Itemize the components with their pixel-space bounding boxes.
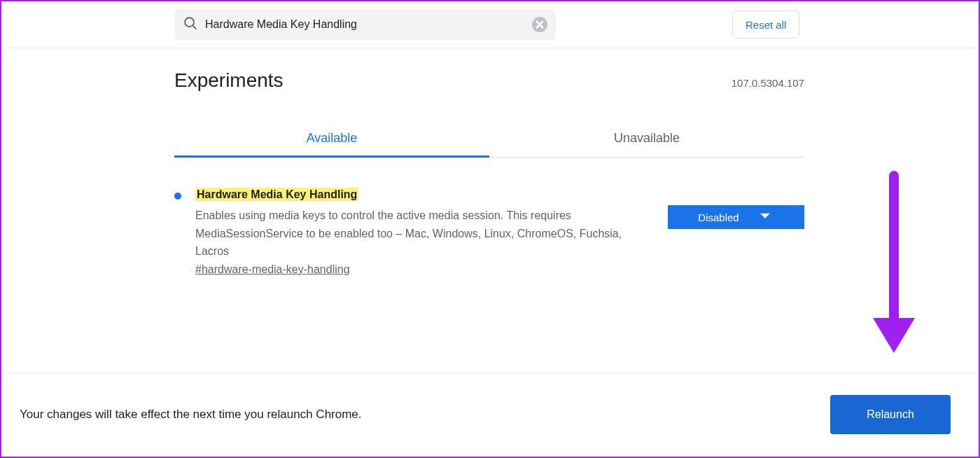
svg-point-0	[185, 18, 194, 27]
search-input[interactable]	[205, 18, 525, 31]
modified-dot-icon	[174, 193, 181, 200]
search-icon	[183, 15, 198, 34]
search-box[interactable]	[174, 9, 556, 40]
version-label: 107.0.5304.107	[732, 77, 804, 89]
tabs: Available Unavailable	[174, 121, 804, 158]
flag-hash-link[interactable]: #hardware-media-key-handling	[195, 263, 350, 276]
top-bar: Reset all	[1, 1, 979, 48]
annotation-arrow-icon	[873, 171, 915, 360]
relaunch-button[interactable]: Relaunch	[830, 395, 951, 434]
flag-state-value: Disabled	[698, 211, 738, 223]
restart-footer: Your changes will take effect the next t…	[3, 373, 977, 455]
chevron-down-icon	[760, 211, 770, 223]
tab-unavailable[interactable]: Unavailable	[489, 121, 804, 157]
page-title: Experiments	[174, 69, 284, 92]
tab-available[interactable]: Available	[174, 121, 489, 158]
flag-state-select[interactable]: Disabled	[668, 205, 804, 229]
svg-line-1	[193, 26, 197, 29]
restart-message: Your changes will take effect the next t…	[20, 408, 362, 422]
flag-description: Enables using media keys to control the …	[195, 207, 654, 261]
clear-search-icon[interactable]	[532, 17, 547, 32]
flag-row: Hardware Media Key Handling Enables usin…	[174, 188, 804, 276]
reset-all-button[interactable]: Reset all	[732, 11, 799, 39]
flag-title: Hardware Media Key Handling	[195, 188, 358, 201]
